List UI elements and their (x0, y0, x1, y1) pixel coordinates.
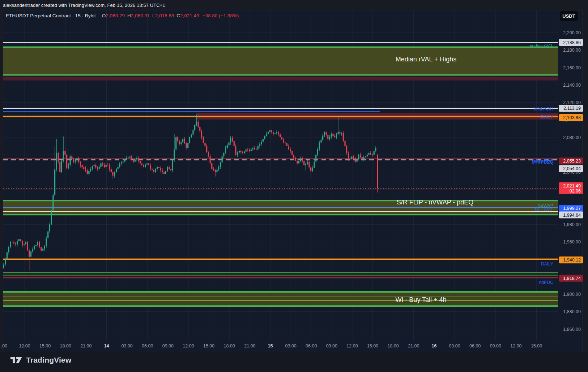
candle (341, 133, 342, 133)
candle (336, 134, 337, 137)
candle (211, 163, 212, 169)
footer-bar: TradingView (0, 352, 588, 372)
candle (374, 151, 375, 155)
candle (172, 160, 173, 170)
candle (264, 136, 265, 139)
candle (351, 156, 352, 159)
candle (145, 165, 146, 167)
candle (274, 133, 276, 134)
candle (307, 162, 308, 164)
edge-label: median rVAL (529, 43, 554, 48)
candle (325, 132, 327, 135)
candle (303, 161, 304, 165)
candle (234, 141, 235, 146)
candle (276, 132, 277, 134)
candle (184, 139, 185, 143)
candle (143, 165, 144, 167)
candle (273, 132, 274, 134)
candle (223, 153, 224, 156)
candle (196, 122, 197, 125)
candle (131, 156, 132, 160)
candle (71, 156, 72, 159)
candle (210, 156, 211, 163)
candle (88, 171, 89, 174)
candle (121, 163, 122, 164)
candle (83, 167, 84, 169)
highs-maroon-band (3, 77, 558, 81)
candle (82, 165, 83, 167)
edge-label: ndPOC (539, 280, 554, 285)
price-chart[interactable]: Median rVAL + HighsS/R FLIP - nVWAP - pd… (0, 0, 588, 372)
candle (278, 132, 279, 134)
candle (203, 137, 204, 143)
candle (375, 148, 376, 151)
candle (39, 242, 40, 247)
open-label: O (102, 13, 106, 18)
candle (331, 134, 332, 137)
candle (10, 242, 11, 247)
median-rval-highs-label: Median rVAL + Highs (396, 56, 457, 63)
candle (128, 157, 129, 158)
candle (75, 160, 76, 161)
candle (232, 138, 233, 142)
candle (312, 168, 313, 172)
tradingview-logo[interactable]: TradingView (10, 356, 72, 364)
high-value: 2,060.31 (131, 13, 150, 18)
time-axis[interactable] (3, 341, 558, 352)
candle (29, 250, 30, 257)
candle (136, 158, 137, 160)
candle (24, 245, 25, 246)
candle (17, 241, 18, 244)
candle (66, 155, 67, 168)
edge-label: Mini rVAH (534, 107, 553, 112)
candle (227, 145, 228, 148)
candle (242, 152, 243, 153)
candle (141, 163, 142, 165)
candle (32, 249, 33, 251)
candle (266, 134, 267, 136)
candle (170, 169, 171, 170)
symbol-legend: ETHUSDT Perpetual Contract · 15 · BybitO… (6, 13, 239, 18)
candle (148, 163, 149, 165)
candle (197, 122, 199, 127)
candle (327, 135, 328, 139)
candle (237, 152, 238, 155)
candle (372, 155, 373, 155)
tradingview-logo-text: TradingView (26, 356, 72, 364)
candle (362, 157, 363, 159)
candle (329, 137, 330, 139)
candle (302, 158, 303, 161)
candle (5, 259, 6, 264)
tradingview-logo-icon (10, 356, 22, 364)
candle (49, 224, 50, 231)
candle (163, 172, 165, 174)
candle (157, 167, 158, 169)
candle (158, 167, 159, 168)
attribution-text: aleksanderltrader created with TradingVi… (3, 3, 165, 8)
currency-toggle-button[interactable]: USDT (560, 11, 578, 21)
candle (222, 156, 223, 162)
candle (290, 150, 291, 151)
candle (54, 169, 55, 195)
candle (61, 161, 62, 172)
candle (162, 170, 163, 172)
candle (51, 211, 52, 225)
candle (240, 151, 241, 152)
candle (230, 138, 231, 143)
candle (334, 136, 335, 137)
price-axis[interactable] (559, 21, 584, 341)
candle (114, 172, 115, 176)
candle (112, 172, 113, 176)
candle (348, 153, 349, 159)
candle (305, 164, 306, 165)
candle (47, 232, 48, 238)
candle (204, 143, 205, 146)
candle (225, 148, 226, 153)
candle (13, 242, 14, 243)
candle (247, 150, 248, 150)
edge-label: DAILY (541, 261, 553, 267)
candle (25, 242, 26, 245)
candle (191, 135, 192, 138)
wi-buy-tail-zone (3, 292, 558, 306)
candle (7, 252, 8, 260)
